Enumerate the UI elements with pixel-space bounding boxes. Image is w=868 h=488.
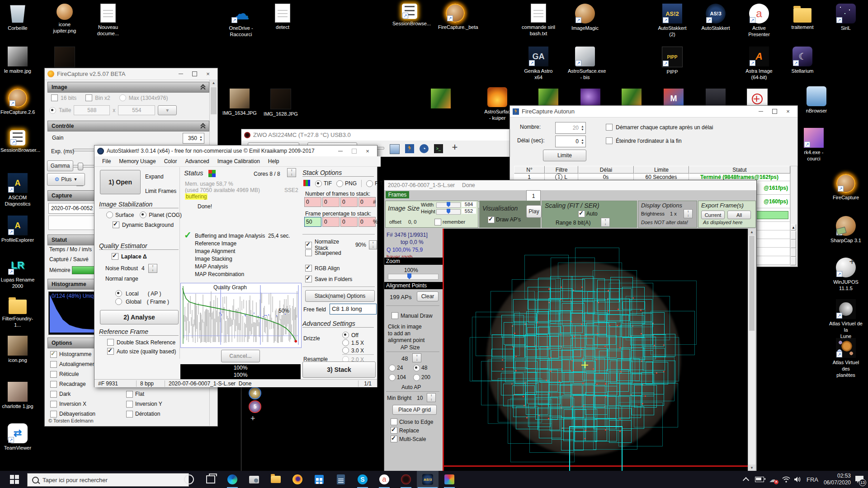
stack-button[interactable]: 3) Stack: [302, 361, 376, 378]
flat-checkbox[interactable]: [126, 391, 133, 398]
inversion-x-checkbox[interactable]: [50, 401, 57, 408]
minimize-icon[interactable]: [334, 146, 347, 155]
replace-checkbox[interactable]: [391, 427, 397, 434]
zwo-history-icon[interactable]: ◔: [420, 144, 429, 153]
cores-spinner[interactable]: ↑↓: [287, 168, 296, 177]
desktop-icon-stellarium[interactable]: Stellarium: [785, 47, 820, 74]
desktop-icon-autostakkert[interactable]: AS!3AutoStakkert: [698, 4, 733, 31]
language-indicator[interactable]: FRA: [805, 471, 820, 488]
taskbar-microsoft-store[interactable]: [308, 471, 330, 488]
normalize-stack-checkbox[interactable]: [305, 242, 312, 249]
expand-label[interactable]: Expand: [145, 174, 164, 180]
search-box[interactable]: Taper ici pour rechercher: [27, 473, 189, 487]
close-icon[interactable]: ×: [201, 70, 215, 79]
menu-image-calibration[interactable]: Image Calibration: [213, 158, 264, 164]
height-field[interactable]: 554: [118, 105, 155, 115]
desktop-icon-onedrive[interactable]: OneDrive - Raccourci: [224, 4, 258, 38]
desktop-icon-nbrowser[interactable]: nBrowser: [799, 86, 834, 114]
frame-pct-2[interactable]: 0: [340, 217, 358, 227]
desktop-icon-corbeille[interactable]: Corbeille: [0, 4, 35, 31]
cancel-button[interactable]: Cancel...: [221, 350, 260, 362]
desktop-icon-sharpcap-3-1[interactable]: SharpCap 3.1: [829, 216, 863, 244]
drizzle-off-radio[interactable]: [342, 332, 349, 338]
réticule-checkbox[interactable]: [50, 371, 57, 378]
desktop-icon-detect[interactable]: detect: [265, 4, 300, 30]
taskbar-autostakkert[interactable]: AS!3: [417, 471, 439, 488]
taskbar-zwo-camera[interactable]: [395, 471, 417, 488]
planet-radio[interactable]: [140, 211, 146, 218]
collapse-icon[interactable]: [201, 124, 205, 128]
menu-advanced[interactable]: Advanced: [181, 158, 213, 164]
table-header-n°[interactable]: N°: [514, 166, 545, 174]
desktop-icon-icon-png[interactable]: icon.png: [0, 336, 35, 363]
binx2-checkbox[interactable]: [85, 94, 92, 101]
frames-to-stack-2[interactable]: 0: [340, 197, 358, 207]
scaling-auto-checkbox[interactable]: [578, 211, 585, 217]
stackname-options-button[interactable]: Stack(name) Options: [305, 290, 375, 302]
sharpened-checkbox[interactable]: [305, 249, 312, 256]
taille-radio[interactable]: [49, 107, 56, 114]
zoom-slider[interactable]: [388, 274, 439, 280]
zwo-autorun-icon[interactable]: 🏃: [405, 144, 414, 153]
recadrage-checkbox[interactable]: [50, 381, 57, 388]
autoalignement-checkbox[interactable]: [50, 361, 57, 368]
desktop-icon-le-maitre-jpg[interactable]: le maitre.jpg: [0, 47, 35, 74]
zwo-filter-add[interactable]: +: [250, 414, 255, 423]
ap-200-radio[interactable]: [413, 374, 420, 381]
play-button[interactable]: Play: [526, 205, 542, 218]
table-header-limite[interactable]: Limite: [634, 166, 689, 174]
desktop-icon-commande-siril[interactable]: commande siril bash.txt: [521, 4, 556, 37]
taskbar-active-presenter[interactable]: a: [373, 471, 395, 488]
desktop-icon-nouveau[interactable]: Nouveau docume...: [91, 4, 125, 37]
close-icon[interactable]: ×: [361, 146, 374, 155]
autorun-scrollbar[interactable]: ▲: [790, 166, 797, 266]
tif-radio[interactable]: [315, 180, 322, 187]
limite-button[interactable]: Limite: [543, 150, 586, 161]
inversion-y-checkbox[interactable]: [126, 401, 133, 408]
débayerisation-checkbox[interactable]: [50, 411, 57, 418]
fit-radio[interactable]: [366, 180, 373, 187]
delay-start-checkbox[interactable]: [606, 124, 613, 131]
clear-button[interactable]: Clear: [417, 291, 439, 301]
delai-spinner[interactable]: 0▲▼: [555, 136, 586, 147]
16bits-checkbox[interactable]: [51, 94, 58, 101]
shutdown-checkbox[interactable]: [606, 137, 613, 144]
taskbar-calculator[interactable]: [330, 471, 352, 488]
remember-checkbox[interactable]: [434, 219, 441, 225]
panel-controle-header[interactable]: Contrôle: [47, 121, 209, 131]
taskbar-firefox[interactable]: [287, 471, 308, 488]
desktop-icon-atlas-virtuel-des[interactable]: Atlas Virtuel des planètes: [829, 338, 863, 378]
frame-pct-0[interactable]: 50: [304, 217, 321, 227]
menu-file[interactable]: File: [98, 158, 115, 164]
desktop-icon-traitement[interactable]: traitement: [785, 4, 820, 30]
ap-104-radio[interactable]: [389, 374, 396, 381]
close-icon[interactable]: ×: [781, 107, 795, 116]
desktop-icon-firecapture-beta[interactable]: FireCapture._beta: [438, 4, 472, 30]
desktop-icon-imagemagic[interactable]: ImageMagic: [568, 4, 602, 31]
zwo-terminal-icon[interactable]: >_: [434, 144, 443, 153]
zwo-filter-4[interactable]: 4: [249, 387, 261, 399]
local-radio[interactable]: [115, 290, 122, 297]
desktop-icon-ascom[interactable]: AASCOM Diagnostics: [0, 173, 35, 207]
histogramme-checkbox[interactable]: [50, 351, 57, 358]
gamma-button[interactable]: Gamma: [47, 160, 73, 171]
export-current-button[interactable]: Current: [701, 211, 725, 219]
frames-to-stack-1[interactable]: 0: [322, 197, 340, 207]
taskbar-device-app[interactable]: [243, 471, 265, 488]
clock[interactable]: 02:53 06/07/2020: [820, 471, 851, 488]
double-stack-checkbox[interactable]: [107, 339, 114, 346]
ap-48-radio[interactable]: [413, 365, 420, 371]
noise-spinner[interactable]: ↑↓: [148, 264, 157, 273]
size-dropdown[interactable]: ▾: [158, 105, 177, 115]
desktop-icon-img-1628-jpg[interactable]: IMG_1628.JPG: [264, 89, 298, 117]
desktop-icon-atlas-virtuel-de-la[interactable]: Atlas Virtuel de la Lune: [829, 299, 863, 339]
laplace-checkbox[interactable]: [112, 253, 118, 260]
draw-aps-checkbox[interactable]: [488, 216, 495, 223]
start-button[interactable]: [4, 471, 25, 488]
min-bright-spinner[interactable]: ↑↓: [427, 393, 436, 402]
desktop-icon-pipp[interactable]: PIPPPIPP: [655, 47, 689, 75]
desktop-icon-autostakkert-2[interactable]: AS!2AutoStakkert (2): [655, 4, 689, 38]
global-radio[interactable]: [115, 298, 122, 305]
menu-memory-usage[interactable]: Memory Usage: [115, 158, 160, 164]
brightness-spinner[interactable]: ↑↓: [684, 209, 693, 218]
